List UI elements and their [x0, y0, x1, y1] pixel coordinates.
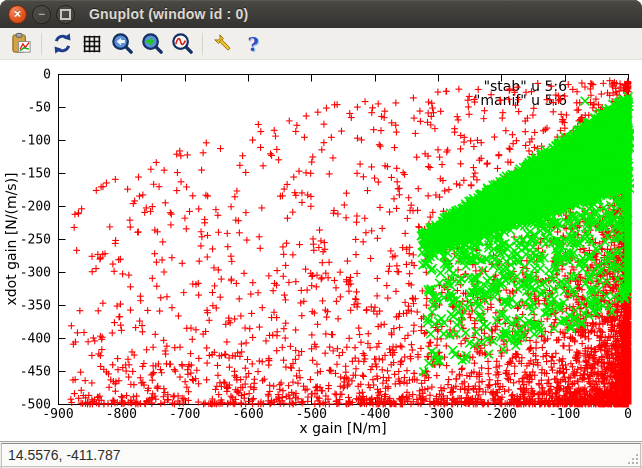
replot-button[interactable] [48, 30, 76, 57]
grid-button[interactable] [78, 30, 106, 57]
zoom-previous-button[interactable] [108, 30, 136, 57]
coordinate-text: 14.5576, -411.787 [8, 447, 121, 463]
toolbar: ? [0, 28, 642, 60]
options-button[interactable] [209, 30, 237, 57]
minimize-icon: − [38, 8, 45, 20]
window-controls: × − [8, 5, 75, 24]
minimize-button[interactable]: − [32, 5, 51, 24]
copy-button[interactable] [7, 30, 35, 57]
gnuplot-window: × − Gnuplot (window id : 0) [0, 0, 642, 468]
zoom-next-icon [141, 32, 164, 55]
help-button[interactable]: ? [239, 30, 267, 57]
close-button[interactable]: × [8, 5, 27, 24]
plot-canvas[interactable] [0, 60, 642, 441]
autoscale-button[interactable] [168, 30, 196, 57]
copy-plot-icon [10, 32, 33, 55]
zoom-next-button[interactable] [138, 30, 166, 57]
toolbar-separator [41, 33, 42, 55]
wrench-icon [212, 32, 235, 55]
maximize-button[interactable] [56, 5, 75, 24]
toolbar-separator [202, 33, 203, 55]
help-icon: ? [247, 33, 258, 55]
statusbar: 14.5576, -411.787 [0, 441, 642, 468]
maximize-icon [60, 9, 71, 20]
zoom-previous-icon [111, 32, 134, 55]
plot-area [0, 60, 642, 441]
close-icon: × [14, 8, 21, 20]
coordinate-readout: 14.5576, -411.787 [1, 443, 641, 467]
window-title: Gnuplot (window id : 0) [89, 6, 248, 22]
titlebar[interactable]: × − Gnuplot (window id : 0) [0, 0, 642, 28]
grid-icon [81, 33, 103, 55]
refresh-icon [51, 32, 74, 55]
autoscale-icon [171, 32, 194, 55]
